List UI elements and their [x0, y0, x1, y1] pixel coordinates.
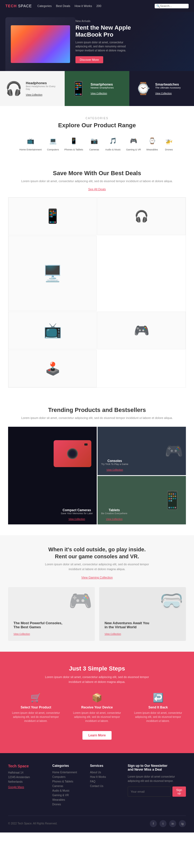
steps-description: Lorem ipsum dolor sit amet, consectetur …: [43, 675, 151, 684]
tv-icon: 📺: [44, 322, 62, 339]
deal-playstation[interactable]: 🎮: [97, 312, 186, 349]
footer-brand: Tech Space Halfstraat 1412345 AmsterdamN…: [8, 764, 47, 807]
hero-title: Rent the New Apple MacBook Pro: [76, 24, 131, 38]
logo-space: SPACE: [17, 4, 32, 8]
audio-music-icon: 🎵: [107, 135, 118, 147]
footer-services-list: About Us How It Works FAQ Contact Us: [90, 771, 122, 787]
social-twitter-icon[interactable]: t: [160, 820, 167, 827]
deals-title: Save More With Our Best Deals: [8, 170, 186, 177]
footer-link-drones[interactable]: Drones: [52, 803, 85, 806]
gaming-vr-icon: 🎮: [128, 135, 139, 147]
headphones-link[interactable]: View Collection: [26, 93, 42, 96]
hero-title-line1: Rent the New Apple: [76, 24, 131, 31]
logo[interactable]: TECH SPACE: [5, 4, 32, 8]
category-gaming-vr[interactable]: 🎮 Gaming & VR: [126, 135, 141, 151]
laptop-screen: [11, 25, 70, 63]
vr-adventures-link[interactable]: View Collection: [105, 632, 121, 635]
footer-link-contact[interactable]: Contact Us: [90, 784, 122, 787]
deals-see-all-link[interactable]: See All Deals: [8, 188, 186, 191]
footer-link-how-it-works[interactable]: How It Works: [90, 775, 122, 778]
hero-text: New Arrivals Rent the New Apple MacBook …: [76, 20, 131, 63]
footer-link-phones-tablets[interactable]: Phones & Tablets: [52, 780, 85, 783]
smartwatches-text: Smartwatches The Ultimate Accessory View…: [155, 82, 181, 95]
smartphones-image: 📱: [69, 78, 88, 99]
category-drones[interactable]: 🚁 Drones: [163, 135, 175, 151]
steps-grid: 🛒 Select Your Product Lorem ipsum dolor …: [8, 692, 186, 723]
category-wearables[interactable]: ⌚ Wearables: [146, 135, 158, 151]
deal-tv[interactable]: 📺: [8, 312, 97, 349]
camera-lens: [67, 448, 78, 459]
headphones-text: Headphones Best Headphones for Every Day…: [26, 81, 60, 96]
gamepad-icon: 🕹️: [45, 361, 60, 376]
send-back-icon: ↩️: [130, 692, 186, 703]
headphones-title: Headphones: [26, 81, 60, 85]
footer-grid: Tech Space Halfstraat 1412345 AmsterdamN…: [8, 764, 186, 807]
steps-title: Just 3 Simple Steps: [8, 665, 186, 672]
social-facebook-icon[interactable]: f: [150, 820, 157, 827]
nav-count[interactable]: 200: [96, 4, 101, 7]
hero-description: Lorem ipsum dolor sit amet, consectetur …: [76, 40, 129, 53]
footer-link-faq[interactable]: FAQ: [90, 780, 122, 783]
category-cameras[interactable]: 📷 Cameras: [89, 135, 100, 151]
footer: Tech Space Halfstraat 1412345 AmsterdamN…: [0, 753, 194, 833]
footer-link-about[interactable]: About Us: [90, 771, 122, 774]
vr-headset-icon: 🥽: [160, 590, 183, 612]
learn-more-button[interactable]: Learn More: [82, 731, 112, 740]
vr-description: Lorem ipsum dolor sit amet, consectetur …: [40, 562, 154, 571]
footer-link-cameras[interactable]: Cameras: [52, 784, 85, 787]
computers-label: Computers: [47, 148, 59, 151]
smartwatches-link[interactable]: View Collection: [155, 92, 172, 95]
home-entertainment-icon: 📺: [25, 135, 36, 147]
footer-services-title: Services: [90, 764, 122, 768]
deal-earbuds[interactable]: 🎧: [97, 197, 186, 235]
smartphones-link[interactable]: View Collection: [90, 92, 107, 95]
nav-best-deals[interactable]: Best Deals: [56, 4, 70, 7]
social-linkedin-icon[interactable]: ig: [179, 820, 186, 827]
footer-link-computers[interactable]: Computers: [52, 775, 85, 778]
footer-link-wearables[interactable]: Wearables: [52, 798, 85, 801]
footer-link-audio-music[interactable]: Audio & Music: [52, 789, 85, 792]
nav-categories[interactable]: Categories: [37, 4, 52, 7]
playstation-icon: 🎮: [134, 323, 149, 338]
deal-gamepad[interactable]: 🕹️: [8, 350, 97, 388]
drones-icon: 🚁: [163, 135, 175, 147]
consoles-link[interactable]: View Collection: [106, 468, 123, 471]
deal-monitor[interactable]: 🖥️: [8, 236, 97, 311]
search-bar[interactable]: 🔍: [155, 4, 189, 8]
step-send-back: ↩️ Send It Back Lorem ipsum dolor sit am…: [130, 692, 186, 723]
footer-link-gaming-vr[interactable]: Gaming & VR: [52, 794, 85, 797]
social-instagram-icon[interactable]: in: [169, 820, 176, 827]
newsletter-form: Sign up: [128, 786, 186, 797]
category-home-entertainment[interactable]: 📺 Home Entertainment: [20, 135, 42, 151]
trending-title: Trending Products and Bestsellers: [8, 407, 186, 413]
footer-address: Halfstraat 1412345 AmsterdamNetherlands: [8, 770, 47, 784]
tablets-link[interactable]: View Collection: [106, 518, 122, 520]
nav-how-it-works[interactable]: How it Works: [75, 4, 92, 7]
search-input[interactable]: [160, 4, 187, 7]
category-computers[interactable]: 💻 Computers: [47, 135, 59, 151]
vr-consoles-title: The Most Powerful Consoles,The Best Game…: [13, 621, 89, 629]
category-audio-music[interactable]: 🎵 Audio & Music: [105, 135, 121, 151]
newsletter-email-input[interactable]: [128, 786, 171, 797]
vr-consoles-link[interactable]: View Collection: [13, 632, 30, 635]
newsletter-signup-button[interactable]: Sign up: [172, 786, 186, 797]
deal-smartphone[interactable]: 📱: [8, 197, 97, 235]
category-phones-tablets[interactable]: 📱 Phones & Tablets: [64, 135, 83, 151]
home-entertainment-label: Home Entertainment: [20, 148, 42, 151]
vr-gaming-link[interactable]: View Gaming Collection: [8, 576, 186, 579]
select-product-desc: Lorem ipsum dolor sit amet, consectetur …: [8, 711, 64, 723]
hero-title-line2: MacBook Pro: [76, 31, 113, 38]
wearables-icon: ⌚: [146, 135, 158, 147]
smartphone-icon: 📱: [44, 208, 61, 224]
vr-cards-grid: 🎮 The Most Powerful Consoles,The Best Ga…: [8, 587, 186, 641]
cameras-label: Cameras: [89, 148, 99, 151]
categories-grid: 📺 Home Entertainment 💻 Computers 📱 Phone…: [8, 135, 186, 151]
footer-link-home-entertainment[interactable]: Home Entertainment: [52, 771, 85, 774]
hero-cta-button[interactable]: Discover More: [76, 56, 103, 63]
camera-image: [54, 440, 91, 467]
smartphones-text: Smartphones Newest Smartphones View Coll…: [90, 82, 114, 95]
footer-google-maps-link[interactable]: Google Maps: [8, 786, 47, 788]
search-icon: 🔍: [156, 4, 160, 8]
cameras-link[interactable]: View Collection: [68, 518, 85, 520]
step-select-product: 🛒 Select Your Product Lorem ipsum dolor …: [8, 692, 64, 723]
